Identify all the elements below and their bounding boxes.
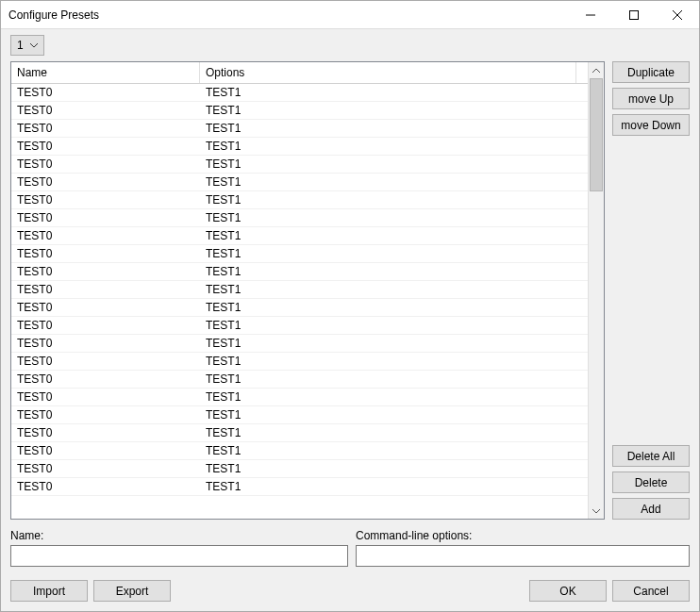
cell-options: TEST1	[200, 193, 588, 207]
cell-options: TEST1	[200, 175, 588, 189]
cell-name: TEST0	[11, 372, 200, 386]
table-row[interactable]: TEST0TEST1	[11, 156, 588, 174]
table-row[interactable]: TEST0TEST1	[11, 406, 588, 424]
table-row[interactable]: TEST0TEST1	[11, 209, 588, 227]
cell-options: TEST1	[200, 372, 588, 386]
form-row: Name: Command-line options:	[10, 529, 690, 567]
cell-name: TEST0	[11, 337, 200, 350]
cell-name: TEST0	[11, 408, 200, 422]
table-row[interactable]: TEST0TEST1	[11, 353, 588, 371]
table-row[interactable]: TEST0TEST1	[11, 442, 588, 460]
column-header-pad	[576, 62, 588, 83]
cell-options: TEST1	[200, 247, 588, 260]
table-body: TEST0TEST1TEST0TEST1TEST0TEST1TEST0TEST1…	[11, 84, 588, 519]
move-up-button[interactable]: move Up	[612, 88, 690, 109]
cell-options: TEST1	[200, 444, 588, 457]
combo-value: 1	[17, 39, 26, 52]
column-header-options[interactable]: Options	[200, 62, 576, 83]
delete-button[interactable]: Delete	[612, 471, 690, 493]
table-row[interactable]: TEST0TEST1	[11, 478, 588, 496]
table-row[interactable]: TEST0TEST1	[11, 460, 588, 478]
ok-button[interactable]: OK	[529, 580, 607, 602]
chevron-down-icon	[26, 39, 42, 52]
cell-name: TEST0	[11, 319, 200, 332]
cancel-button[interactable]: Cancel	[612, 580, 690, 602]
cell-name: TEST0	[11, 301, 200, 314]
import-button[interactable]: Import	[10, 580, 88, 602]
move-down-button[interactable]: move Down	[612, 114, 690, 136]
table-row[interactable]: TEST0TEST1	[11, 174, 588, 191]
options-field-group: Command-line options:	[356, 529, 690, 567]
table-row[interactable]: TEST0TEST1	[11, 281, 588, 299]
client-area: 1 Name Options TEST0TEST1TEST0TEST1TEST0…	[1, 29, 699, 611]
middle-area: Name Options TEST0TEST1TEST0TEST1TEST0TE…	[10, 61, 690, 520]
table-row[interactable]: TEST0TEST1	[11, 299, 588, 317]
name-input[interactable]	[10, 545, 348, 567]
scroll-track[interactable]	[589, 78, 604, 503]
scroll-thumb[interactable]	[590, 78, 603, 191]
cell-options: TEST1	[200, 122, 588, 135]
cell-name: TEST0	[11, 86, 200, 99]
table-row[interactable]: TEST0TEST1	[11, 120, 588, 138]
close-button[interactable]	[656, 1, 699, 29]
cell-name: TEST0	[11, 211, 200, 224]
titlebar: Configure Presets	[1, 1, 699, 29]
cell-name: TEST0	[11, 157, 200, 171]
cell-name: TEST0	[11, 283, 200, 296]
duplicate-button[interactable]: Duplicate	[612, 61, 690, 83]
cell-name: TEST0	[11, 444, 200, 457]
svg-rect-1	[630, 10, 639, 19]
cell-options: TEST1	[200, 462, 588, 475]
maximize-button[interactable]	[612, 1, 656, 29]
cell-options: TEST1	[200, 211, 588, 224]
minimize-button[interactable]	[569, 1, 612, 29]
add-button[interactable]: Add	[612, 498, 690, 520]
bottom-row: Import Export OK Cancel	[10, 580, 690, 602]
cell-name: TEST0	[11, 122, 200, 135]
column-header-name[interactable]: Name	[11, 62, 200, 83]
top-row: 1	[10, 35, 690, 56]
scroll-up-arrow-icon[interactable]	[589, 62, 604, 78]
export-button[interactable]: Export	[93, 580, 171, 602]
vertical-scrollbar[interactable]	[588, 62, 604, 519]
table-row[interactable]: TEST0TEST1	[11, 335, 588, 353]
table-row[interactable]: TEST0TEST1	[11, 317, 588, 335]
cell-name: TEST0	[11, 193, 200, 207]
cell-options: TEST1	[200, 480, 588, 493]
table-row[interactable]: TEST0TEST1	[11, 102, 588, 120]
table-row[interactable]: TEST0TEST1	[11, 263, 588, 281]
cell-options: TEST1	[200, 265, 588, 278]
cell-name: TEST0	[11, 247, 200, 260]
cell-options: TEST1	[200, 355, 588, 368]
cell-options: TEST1	[200, 157, 588, 171]
table-row[interactable]: TEST0TEST1	[11, 389, 588, 406]
right-buttons: Duplicate move Up move Down Delete All D…	[612, 61, 690, 520]
cell-options: TEST1	[200, 301, 588, 314]
table-row[interactable]: TEST0TEST1	[11, 227, 588, 245]
cell-name: TEST0	[11, 462, 200, 475]
cell-options: TEST1	[200, 229, 588, 242]
cell-name: TEST0	[11, 229, 200, 242]
cell-options: TEST1	[200, 337, 588, 350]
preset-index-combo[interactable]: 1	[10, 35, 44, 56]
delete-all-button[interactable]: Delete All	[612, 445, 690, 467]
table-row[interactable]: TEST0TEST1	[11, 371, 588, 389]
presets-table: Name Options TEST0TEST1TEST0TEST1TEST0TE…	[10, 61, 605, 520]
table-row[interactable]: TEST0TEST1	[11, 245, 588, 263]
cell-options: TEST1	[200, 104, 588, 117]
options-input[interactable]	[356, 545, 690, 567]
cell-options: TEST1	[200, 140, 588, 153]
cell-name: TEST0	[11, 140, 200, 153]
table-row[interactable]: TEST0TEST1	[11, 424, 588, 442]
cell-name: TEST0	[11, 265, 200, 278]
table-header: Name Options	[11, 62, 588, 84]
cell-options: TEST1	[200, 390, 588, 404]
table-row[interactable]: TEST0TEST1	[11, 138, 588, 156]
window-title: Configure Presets	[8, 8, 569, 22]
scroll-down-arrow-icon[interactable]	[589, 503, 604, 519]
name-label: Name:	[10, 529, 348, 542]
table-row[interactable]: TEST0TEST1	[11, 84, 588, 102]
table-row[interactable]: TEST0TEST1	[11, 191, 588, 209]
cell-name: TEST0	[11, 390, 200, 404]
options-label: Command-line options:	[356, 529, 690, 542]
